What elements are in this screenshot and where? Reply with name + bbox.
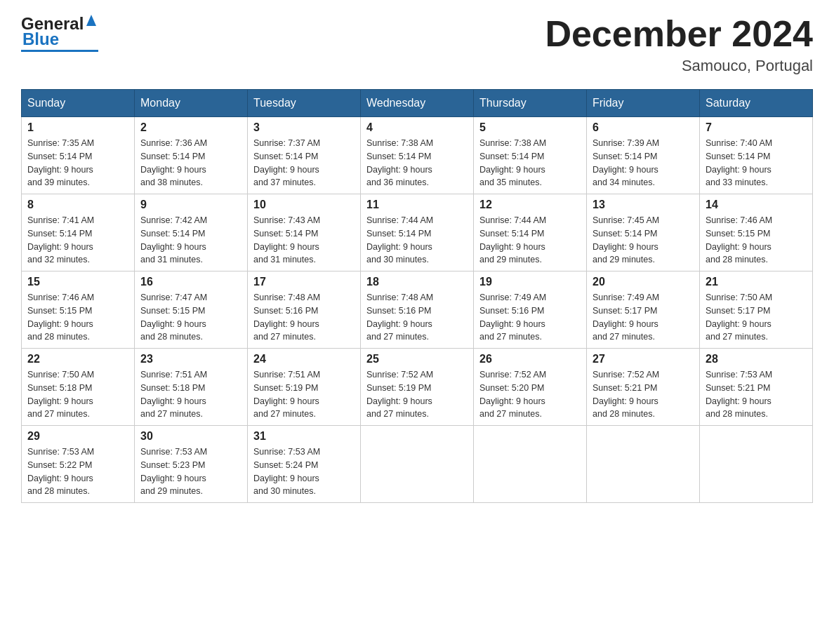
col-monday: Monday [135, 90, 248, 117]
day-number: 26 [479, 353, 581, 365]
col-saturday: Saturday [700, 90, 813, 117]
day-number: 17 [253, 276, 355, 288]
day-number: 29 [27, 430, 128, 443]
table-row: 10 Sunrise: 7:43 AMSunset: 5:14 PMDaylig… [248, 194, 361, 271]
day-info: Sunrise: 7:50 AMSunset: 5:17 PMDaylight:… [706, 291, 807, 344]
day-info: Sunrise: 7:38 AMSunset: 5:14 PMDaylight:… [479, 137, 581, 189]
page-header: General Blue December 2024 Samouco, Port… [21, 14, 813, 75]
day-number: 8 [27, 199, 128, 211]
table-row: 14 Sunrise: 7:46 AMSunset: 5:15 PMDaylig… [700, 194, 813, 271]
table-row [700, 426, 813, 503]
day-number: 16 [140, 276, 241, 288]
day-info: Sunrise: 7:45 AMSunset: 5:14 PMDaylight:… [593, 214, 694, 267]
table-row: 23 Sunrise: 7:51 AMSunset: 5:18 PMDaylig… [135, 349, 248, 426]
table-row [361, 426, 474, 503]
location-subtitle: Samouco, Portugal [545, 57, 813, 75]
logo: General Blue [21, 14, 98, 52]
day-info: Sunrise: 7:50 AMSunset: 5:18 PMDaylight:… [27, 368, 128, 421]
table-row: 6 Sunrise: 7:39 AMSunset: 5:14 PMDayligh… [587, 117, 700, 194]
table-row: 20 Sunrise: 7:49 AMSunset: 5:17 PMDaylig… [587, 271, 700, 349]
table-row: 15 Sunrise: 7:46 AMSunset: 5:15 PMDaylig… [22, 271, 135, 349]
day-number: 5 [479, 121, 581, 134]
day-info: Sunrise: 7:52 AMSunset: 5:21 PMDaylight:… [593, 368, 694, 421]
table-row: 12 Sunrise: 7:44 AMSunset: 5:14 PMDaylig… [474, 194, 587, 271]
day-number: 9 [140, 199, 241, 211]
day-number: 20 [593, 276, 694, 288]
day-info: Sunrise: 7:53 AMSunset: 5:22 PMDaylight:… [27, 445, 128, 498]
logo-triangle-icon [85, 13, 98, 32]
table-row: 22 Sunrise: 7:50 AMSunset: 5:18 PMDaylig… [22, 349, 135, 426]
day-info: Sunrise: 7:36 AMSunset: 5:14 PMDaylight:… [140, 137, 241, 189]
table-row: 19 Sunrise: 7:49 AMSunset: 5:16 PMDaylig… [474, 271, 587, 349]
table-row: 29 Sunrise: 7:53 AMSunset: 5:22 PMDaylig… [22, 426, 135, 503]
table-row: 13 Sunrise: 7:45 AMSunset: 5:14 PMDaylig… [587, 194, 700, 271]
calendar-week-row: 15 Sunrise: 7:46 AMSunset: 5:15 PMDaylig… [22, 271, 813, 349]
table-row: 28 Sunrise: 7:53 AMSunset: 5:21 PMDaylig… [700, 349, 813, 426]
day-number: 1 [27, 121, 128, 134]
day-number: 24 [253, 353, 355, 365]
col-sunday: Sunday [22, 90, 135, 117]
table-row: 26 Sunrise: 7:52 AMSunset: 5:20 PMDaylig… [474, 349, 587, 426]
day-number: 30 [140, 430, 241, 443]
table-row: 1 Sunrise: 7:35 AMSunset: 5:14 PMDayligh… [22, 117, 135, 194]
calendar-week-row: 22 Sunrise: 7:50 AMSunset: 5:18 PMDaylig… [22, 349, 813, 426]
day-number: 15 [27, 276, 128, 288]
col-tuesday: Tuesday [248, 90, 361, 117]
day-info: Sunrise: 7:35 AMSunset: 5:14 PMDaylight:… [27, 137, 128, 189]
table-row: 21 Sunrise: 7:50 AMSunset: 5:17 PMDaylig… [700, 271, 813, 349]
day-info: Sunrise: 7:37 AMSunset: 5:14 PMDaylight:… [253, 137, 355, 189]
logo-blue-text: Blue [22, 29, 59, 48]
day-info: Sunrise: 7:48 AMSunset: 5:16 PMDaylight:… [366, 291, 468, 344]
table-row: 4 Sunrise: 7:38 AMSunset: 5:14 PMDayligh… [361, 117, 474, 194]
day-info: Sunrise: 7:41 AMSunset: 5:14 PMDaylight:… [27, 214, 128, 267]
day-info: Sunrise: 7:49 AMSunset: 5:16 PMDaylight:… [479, 291, 581, 344]
day-number: 13 [593, 199, 694, 211]
day-number: 7 [706, 121, 807, 134]
day-info: Sunrise: 7:44 AMSunset: 5:14 PMDaylight:… [479, 214, 581, 267]
table-row: 11 Sunrise: 7:44 AMSunset: 5:14 PMDaylig… [361, 194, 474, 271]
day-number: 25 [366, 353, 468, 365]
table-row: 7 Sunrise: 7:40 AMSunset: 5:14 PMDayligh… [700, 117, 813, 194]
table-row [474, 426, 587, 503]
col-thursday: Thursday [474, 90, 587, 117]
day-info: Sunrise: 7:42 AMSunset: 5:14 PMDaylight:… [140, 214, 241, 267]
day-number: 19 [479, 276, 581, 288]
day-info: Sunrise: 7:53 AMSunset: 5:23 PMDaylight:… [140, 445, 241, 498]
calendar-table: Sunday Monday Tuesday Wednesday Thursday… [21, 89, 813, 503]
table-row: 8 Sunrise: 7:41 AMSunset: 5:14 PMDayligh… [22, 194, 135, 271]
day-info: Sunrise: 7:43 AMSunset: 5:14 PMDaylight:… [253, 214, 355, 267]
table-row: 17 Sunrise: 7:48 AMSunset: 5:16 PMDaylig… [248, 271, 361, 349]
svg-marker-0 [86, 15, 96, 26]
day-info: Sunrise: 7:48 AMSunset: 5:16 PMDaylight:… [253, 291, 355, 344]
day-number: 3 [253, 121, 355, 134]
day-number: 6 [593, 121, 694, 134]
table-row: 30 Sunrise: 7:53 AMSunset: 5:23 PMDaylig… [135, 426, 248, 503]
table-row: 2 Sunrise: 7:36 AMSunset: 5:14 PMDayligh… [135, 117, 248, 194]
col-wednesday: Wednesday [361, 90, 474, 117]
table-row: 31 Sunrise: 7:53 AMSunset: 5:24 PMDaylig… [248, 426, 361, 503]
day-number: 23 [140, 353, 241, 365]
day-number: 28 [706, 353, 807, 365]
day-number: 22 [27, 353, 128, 365]
logo-underline [21, 50, 98, 52]
day-info: Sunrise: 7:40 AMSunset: 5:14 PMDaylight:… [706, 137, 807, 189]
day-number: 21 [706, 276, 807, 288]
day-info: Sunrise: 7:53 AMSunset: 5:21 PMDaylight:… [706, 368, 807, 421]
table-row: 16 Sunrise: 7:47 AMSunset: 5:15 PMDaylig… [135, 271, 248, 349]
day-number: 31 [253, 430, 355, 443]
table-row: 9 Sunrise: 7:42 AMSunset: 5:14 PMDayligh… [135, 194, 248, 271]
day-info: Sunrise: 7:52 AMSunset: 5:20 PMDaylight:… [479, 368, 581, 421]
table-row: 27 Sunrise: 7:52 AMSunset: 5:21 PMDaylig… [587, 349, 700, 426]
day-info: Sunrise: 7:51 AMSunset: 5:18 PMDaylight:… [140, 368, 241, 421]
day-info: Sunrise: 7:39 AMSunset: 5:14 PMDaylight:… [593, 137, 694, 189]
day-info: Sunrise: 7:46 AMSunset: 5:15 PMDaylight:… [27, 291, 128, 344]
table-row: 25 Sunrise: 7:52 AMSunset: 5:19 PMDaylig… [361, 349, 474, 426]
day-number: 10 [253, 199, 355, 211]
day-info: Sunrise: 7:44 AMSunset: 5:14 PMDaylight:… [366, 214, 468, 267]
day-number: 14 [706, 199, 807, 211]
table-row: 3 Sunrise: 7:37 AMSunset: 5:14 PMDayligh… [248, 117, 361, 194]
table-row [587, 426, 700, 503]
day-info: Sunrise: 7:52 AMSunset: 5:19 PMDaylight:… [366, 368, 468, 421]
day-info: Sunrise: 7:38 AMSunset: 5:14 PMDaylight:… [366, 137, 468, 189]
table-row: 18 Sunrise: 7:48 AMSunset: 5:16 PMDaylig… [361, 271, 474, 349]
